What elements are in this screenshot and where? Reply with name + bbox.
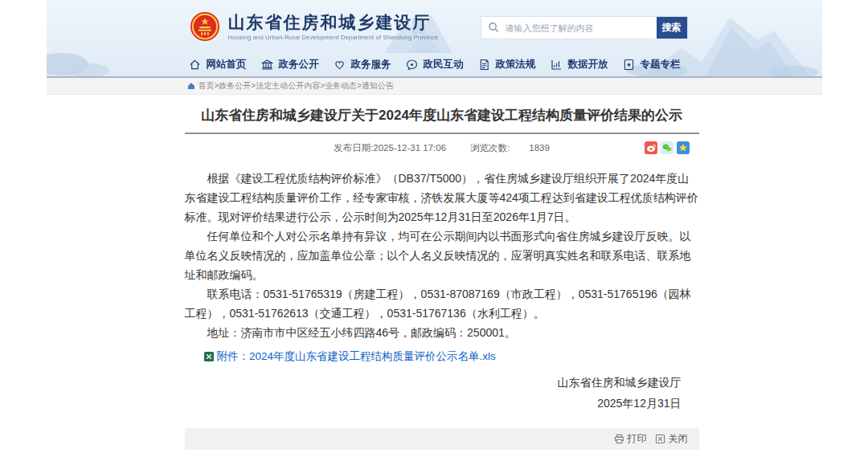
- share-icons: [645, 141, 690, 154]
- breadcrumb-home-icon: [187, 82, 195, 90]
- nav-item-special[interactable]: 专题专栏: [622, 58, 681, 71]
- nav-item-policy[interactable]: 政策法规: [477, 58, 536, 71]
- nav-item-label: 专题专栏: [641, 58, 681, 71]
- page: 山东省住房和城乡建设厅 Housing and Urban-Rural Deve…: [47, 0, 822, 457]
- search-input[interactable]: [481, 17, 657, 39]
- nav-item-label: 政民互动: [424, 58, 464, 71]
- nav-item-label: 网站首页: [207, 58, 247, 71]
- national-emblem-icon: [190, 11, 220, 42]
- page-title: 山东省住房和城乡建设厅关于2024年度山东省建设工程结构质量评价结果的公示: [185, 106, 699, 125]
- nav-item-label: 政务公开: [279, 58, 319, 71]
- nav-item-interaction[interactable]: 政民互动: [405, 58, 464, 71]
- heart-service-icon: [333, 58, 346, 71]
- printer-icon: [614, 434, 624, 444]
- close-icon: [655, 434, 665, 444]
- signature-date: 2025年12月31日: [185, 393, 682, 414]
- close-label: 关闭: [669, 432, 688, 446]
- favorite-share-icon[interactable]: [677, 141, 690, 154]
- article-body: 根据《建设工程优质结构评价标准》（DB37/T5000），省住房城乡建设厅组织开…: [185, 169, 699, 342]
- site-header: 山东省住房和城乡建设厅 Housing and Urban-Rural Deve…: [47, 0, 822, 78]
- close-button[interactable]: 关闭: [655, 432, 688, 446]
- print-button[interactable]: 打印: [614, 432, 647, 446]
- weibo-share-icon[interactable]: [645, 141, 657, 154]
- print-label: 打印: [628, 432, 647, 446]
- views-value: 1839: [529, 143, 550, 153]
- site-title: 山东省住房和城乡建设厅: [228, 13, 439, 32]
- document-icon: [477, 58, 491, 71]
- nav-item-label: 政务服务: [351, 58, 391, 71]
- search-button[interactable]: 搜索: [657, 17, 687, 39]
- search-icon: [488, 22, 499, 33]
- wechat-share-icon[interactable]: [661, 141, 674, 154]
- paragraph: 地址：济南市市中区经五小纬四路46号，邮政编码：250001。: [185, 323, 699, 342]
- nav-item-data[interactable]: 数据开放: [550, 58, 608, 71]
- chart-icon: [550, 58, 563, 71]
- paragraph: 任何单位和个人对公示名单持有异议，均可在公示期间内以书面形式向省住房城乡建设厅反…: [185, 226, 699, 284]
- site-subtitle: Housing and Urban-Rural Development Depa…: [228, 34, 439, 41]
- paragraph: 根据《建设工程优质结构评价标准》（DB37/T5000），省住房城乡建设厅组织开…: [185, 169, 699, 226]
- site-search: 搜索: [481, 17, 687, 39]
- attachment-link[interactable]: 2024年度山东省建设工程结构质量评价公示名单.xls: [249, 349, 496, 364]
- nav-item-label: 政策法规: [496, 58, 536, 71]
- signature-org: 山东省住房和城乡建设厅: [185, 372, 682, 393]
- signature-block: 山东省住房和城乡建设厅 2025年12月31日: [185, 372, 699, 414]
- site-logo[interactable]: 山东省住房和城乡建设厅 Housing and Urban-Rural Deve…: [190, 11, 439, 42]
- home-icon: [188, 58, 202, 71]
- nav-item-gov-open[interactable]: 政务公开: [260, 58, 319, 71]
- nav-item-label: 数据开放: [568, 58, 608, 71]
- header-top: 山东省住房和城乡建设厅 Housing and Urban-Rural Deve…: [47, 0, 822, 53]
- chat-heart-icon: [405, 58, 419, 71]
- logo-text: 山东省住房和城乡建设厅 Housing and Urban-Rural Deve…: [228, 13, 439, 41]
- publish-date-value: 2025-12-31 17:06: [373, 143, 446, 153]
- main-nav: 网站首页 政务公开 政务服务 政民互动: [47, 53, 822, 76]
- nav-item-gov-service[interactable]: 政务服务: [333, 58, 391, 71]
- views-label: 浏览次数:: [470, 142, 510, 154]
- breadcrumb-bar: 首页>政务公开>法定主动公开内容>业务动态>通知公告: [47, 78, 822, 95]
- publish-date-label: 发布日期:: [334, 142, 373, 154]
- nav-item-home[interactable]: 网站首页: [188, 58, 247, 71]
- actions-bar: 打印 关闭: [185, 428, 699, 450]
- article: 山东省住房和城乡建设厅关于2024年度山东省建设工程结构质量评价结果的公示 发布…: [185, 106, 699, 457]
- breadcrumb[interactable]: 首页>政务公开>法定主动公开内容>业务动态>通知公告: [199, 80, 394, 92]
- attachment-row: 附件：2024年度山东省建设工程结构质量评价公示名单.xls: [185, 349, 699, 364]
- gov-building-icon: [260, 58, 274, 71]
- article-meta: 发布日期:2025-12-31 17:06 浏览次数: 1839: [185, 134, 699, 161]
- star-document-icon: [622, 58, 636, 71]
- excel-file-icon: [204, 352, 214, 361]
- paragraph: 联系电话：0531-51765319（房建工程），0531-87087169（市…: [185, 284, 699, 323]
- attachment-label: 附件：: [217, 349, 250, 364]
